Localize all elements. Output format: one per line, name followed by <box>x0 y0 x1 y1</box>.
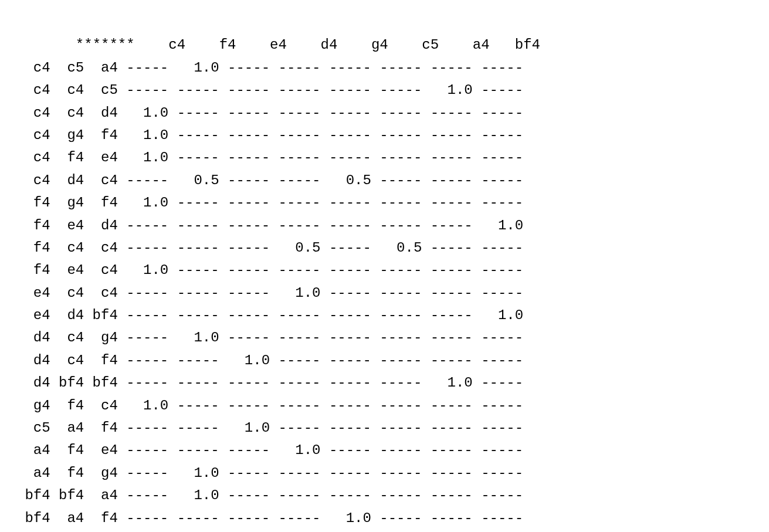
prob-table-text: ******* c4 f4 e4 d4 g4 c5 a4 bf4 c4 c5 a… <box>16 37 540 526</box>
prob-table: ******* c4 f4 e4 d4 g4 c5 a4 bf4 c4 c5 a… <box>0 0 769 532</box>
